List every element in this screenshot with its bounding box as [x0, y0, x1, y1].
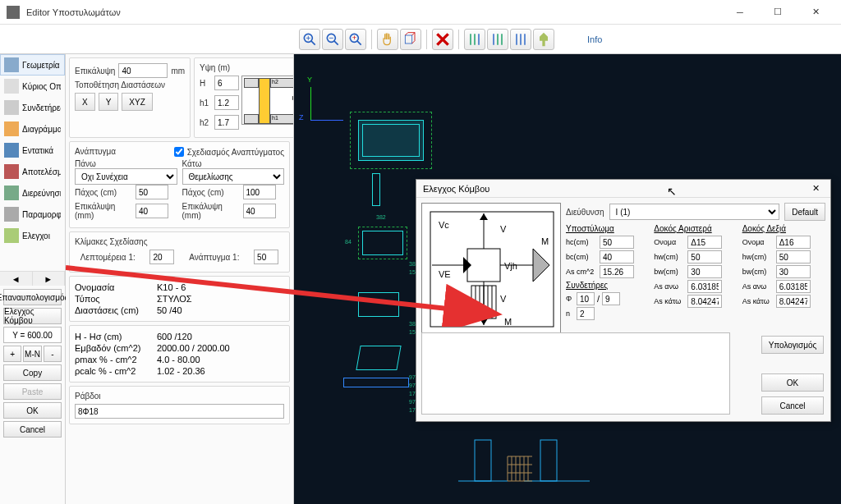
asano-a-input[interactable]: [687, 280, 722, 293]
epik-kato-input[interactable]: [243, 204, 276, 218]
onoma-d-input[interactable]: [776, 236, 811, 249]
direction-select[interactable]: I (1): [609, 204, 780, 220]
delete-button[interactable]: [432, 29, 453, 50]
lepto-input[interactable]: [149, 250, 174, 264]
nav-elegxoi[interactable]: Ελεγχοι: [0, 225, 65, 246]
svg-text:Vjh: Vjh: [504, 261, 517, 271]
nav-paramorfoseis[interactable]: Παραμορφώσ: [0, 204, 65, 225]
ravdoi-input[interactable]: [75, 404, 284, 419]
svg-line-5: [334, 40, 338, 44]
dialog-textarea[interactable]: [421, 332, 730, 415]
compute-button[interactable]: Υπολογισμός: [761, 336, 824, 354]
dialog-ok-button[interactable]: OK: [761, 373, 824, 392]
asano-d-input[interactable]: [776, 280, 811, 293]
mn-button[interactable]: M-N: [23, 346, 41, 362]
maximize-button[interactable]: ☐: [759, 0, 797, 25]
node-check-dialog: Ελεγχος Κόμβου ✕ V V: [416, 179, 831, 422]
close-button[interactable]: ✕: [797, 0, 834, 25]
pan-button[interactable]: [377, 29, 398, 50]
tool1-button[interactable]: [464, 29, 485, 50]
hw-a-input[interactable]: [687, 250, 722, 263]
h-input[interactable]: [214, 76, 239, 90]
svg-line-12: [412, 32, 415, 34]
svg-text:VE: VE: [439, 269, 451, 279]
copy-button[interactable]: Copy: [3, 364, 62, 381]
anap-input[interactable]: [254, 250, 278, 264]
height-diagram: H h2 h1: [241, 76, 294, 125]
svg-rect-10: [405, 35, 411, 44]
default-button[interactable]: Default: [784, 203, 825, 221]
plus-button[interactable]: +: [3, 346, 21, 362]
klimakes-title: Κλίμακες Σχεδίασης: [75, 237, 284, 246]
svg-rect-26: [540, 440, 557, 481]
tool4-button[interactable]: [533, 29, 554, 50]
recalc-button[interactable]: Επαναυπολογισμός: [3, 289, 62, 305]
zoom-in-button[interactable]: [299, 29, 320, 50]
3d-button[interactable]: [400, 29, 421, 50]
nav-apotelesmata[interactable]: Αποτελέσματ: [0, 161, 65, 182]
x-button[interactable]: X: [75, 93, 95, 111]
bw-d-input[interactable]: [776, 265, 811, 278]
minimize-button[interactable]: ─: [721, 0, 759, 25]
n-input[interactable]: [577, 307, 595, 320]
svg-line-8: [357, 40, 361, 44]
info-link[interactable]: Info: [587, 34, 602, 44]
nav-scroll-right[interactable]: ►: [33, 272, 66, 286]
nav-geometria[interactable]: Γεωμετρία: [0, 54, 65, 76]
as-input[interactable]: [600, 265, 634, 278]
dialog-close-button[interactable]: ✕: [807, 183, 824, 194]
zoom-fit-button[interactable]: +: [345, 29, 366, 50]
y-value-field[interactable]: Y = 600.00: [3, 327, 62, 343]
pano-select[interactable]: Οχι Συνέχεια: [75, 168, 177, 185]
ypsi-title: Υψη (m): [200, 63, 294, 72]
svg-text:V: V: [500, 294, 507, 304]
kato-select[interactable]: Θεμελίωσης: [182, 168, 285, 185]
nav-kyrios-oplis[interactable]: Κύριος Οπλισ: [0, 76, 65, 97]
sxediasmos-check[interactable]: [174, 147, 184, 157]
epikalypsi-input[interactable]: [118, 63, 168, 78]
askato-a-input[interactable]: [687, 295, 722, 308]
onoma-a-input[interactable]: [687, 236, 722, 249]
tool3-button[interactable]: [510, 29, 531, 50]
h1-input[interactable]: [214, 95, 239, 110]
svg-text:M: M: [504, 317, 512, 327]
paxos-kato-input[interactable]: [243, 185, 276, 199]
epik-pano-input[interactable]: [136, 204, 168, 218]
window-title: Editor Υποστυλωμάτων: [26, 7, 721, 17]
paxos-pano-input[interactable]: [136, 185, 168, 199]
askato-d-input[interactable]: [776, 295, 811, 308]
nav-dierevnisi[interactable]: Διερεύνηση: [0, 182, 65, 204]
phi-input[interactable]: [577, 292, 595, 305]
xyz-button[interactable]: XYZ: [122, 93, 152, 111]
hc-input[interactable]: [600, 236, 634, 249]
tool2-button[interactable]: [487, 29, 508, 50]
bc-input[interactable]: [600, 250, 634, 263]
info-group-1: ΟνομασίαK10 - 6 ΤύποςΣΤΥΛΟΣ Διαστάσεις (…: [69, 276, 290, 322]
y-button[interactable]: Y: [99, 93, 119, 111]
svg-text:Vc: Vc: [439, 220, 449, 230]
dialog-title: Ελεγχος Κόμβου: [423, 184, 807, 194]
node-check-button[interactable]: Ελεγχος Κόμβου: [3, 308, 62, 324]
phi2-input[interactable]: [602, 292, 620, 305]
cancel-button[interactable]: Cancel: [3, 421, 62, 438]
nav-diagrammata[interactable]: Διαγράμματα: [0, 118, 65, 140]
minus-button[interactable]: -: [44, 346, 62, 362]
hw-d-input[interactable]: [776, 250, 811, 263]
paste-button[interactable]: Paste: [3, 383, 62, 400]
zoom-out-button[interactable]: [322, 29, 343, 50]
bw-a-input[interactable]: [687, 265, 722, 278]
nav-syndetires[interactable]: Συνδετήρες: [0, 97, 65, 118]
svg-text:M: M: [541, 236, 549, 246]
dialog-cancel-button[interactable]: Cancel: [761, 396, 824, 415]
nav-entatika[interactable]: Εντατικά: [0, 140, 65, 161]
ok-button[interactable]: OK: [3, 402, 62, 419]
cursor-icon: ↖: [667, 185, 677, 198]
svg-line-11: [405, 32, 407, 34]
info-group-2: H - Hσ (cm)600 /120 Εμβαδόν (cm^2)2000.0…: [69, 325, 290, 383]
svg-text:V: V: [500, 224, 507, 234]
nav-scroll-left[interactable]: ◄: [0, 272, 33, 286]
svg-line-15: [412, 40, 415, 43]
anaptygma-title: Ανάπτυγμα: [75, 147, 116, 156]
h2-input[interactable]: [214, 115, 239, 130]
topothetisi-title: Τοποθέτηση Διαστάσεων: [75, 80, 185, 89]
